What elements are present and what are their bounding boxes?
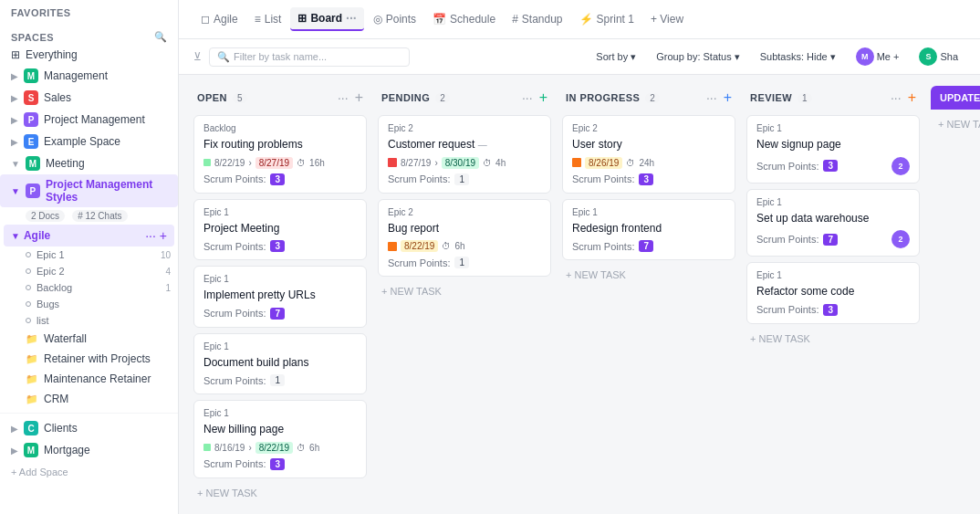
tab-schedule[interactable]: 📅 Schedule [425,9,503,29]
board: OPEN 5 ··· + Backlog Fix routing problem… [179,75,980,514]
sidebar-item-clients[interactable]: ▶ C Clients [0,417,178,439]
card-epic: Backlog [203,123,357,133]
card-data-warehouse[interactable]: Epic 1 Set up data warehouse Scrum Point… [746,189,920,257]
date-end-badge: 8/27/19 [255,157,293,169]
tab-points[interactable]: ◎ Points [366,9,423,29]
sidebar-item-backlog[interactable]: Backlog 1 [0,279,178,296]
docs-pill[interactable]: 2 Docs [26,210,65,222]
management-avatar: M [24,68,38,83]
col-more-inprogress[interactable]: ··· [704,89,720,106]
new-task-inprogress[interactable]: + NEW TASK [562,266,735,284]
card-refactor-code[interactable]: Epic 1 Refactor some code Scrum Points: … [746,262,920,324]
sidebar-item-meeting[interactable]: ▼ M Meeting [0,152,178,174]
more-icon[interactable]: ··· [346,11,357,26]
card-points: Scrum Points: 3 [756,304,910,316]
col-more-review[interactable]: ··· [888,89,904,106]
schedule-icon: 📅 [433,13,446,26]
me-chip[interactable]: M Me + [849,45,907,68]
sidebar-item-maintenance[interactable]: 📁 Maintenance Retainer [0,369,178,389]
card-title: Project Meeting [203,222,357,236]
card-title: Implement pretty URLs [203,288,357,303]
points-value: 3 [270,458,285,470]
tab-standup[interactable]: # Standup [505,9,569,29]
sidebar-item-everything[interactable]: ⊞ Everything [0,45,178,65]
circle-icon [26,252,31,257]
sidebar-item-management[interactable]: ▶ M Management [0,65,178,87]
points-value: 7 [639,240,653,252]
sidebar-item-retainer[interactable]: 📁 Retainer with Projects [0,349,178,369]
col-more-open[interactable]: ··· [335,89,351,106]
card-epic: Epic 1 [756,123,910,133]
date-badge: 8/26/19 [585,157,622,169]
sidebar-item-waterfall[interactable]: 📁 Waterfall [0,329,178,349]
sidebar-item-crm[interactable]: 📁 CRM [0,389,178,409]
card-title: Document build plans [203,356,357,371]
card-document-build[interactable]: Epic 1 Document build plans Scrum Points… [193,333,367,395]
card-epic: Epic 1 [203,207,357,217]
col-add-inprogress[interactable]: + [724,89,732,106]
new-task-review[interactable]: + NEW TASK [746,330,920,348]
card-customer-request[interactable]: Epic 2 Customer request — 8/27/19 › 8/30… [378,115,551,194]
folder-icon: 📁 [26,373,38,385]
sidebar-item-mortgage[interactable]: ▶ M Mortgage [0,439,178,461]
chats-pill[interactable]: # 12 Chats [72,210,127,222]
new-task-update[interactable]: + NEW TASK [931,115,980,133]
card-fix-routing[interactable]: Backlog Fix routing problems 8/22/19 › 8… [193,115,367,194]
sidebar-meta-docs: 2 Docs # 12 Chats [0,207,178,225]
card-points: Scrum Points: 3 [203,458,357,470]
sidebar-item-agile[interactable]: ▼ Agile ··· + [4,225,174,247]
card-epic: Epic 1 [756,197,910,207]
sidebar-item-example-space[interactable]: ▶ E Example Space [0,131,178,152]
tab-sprint[interactable]: ⚡ Sprint 1 [572,9,641,29]
clock-icon: ⏱ [483,158,492,168]
filter-input[interactable]: 🔍 Filter by task name... [209,47,410,67]
flag-icon [572,158,581,167]
card-dates: 8/22/19 › 8/27/19 ⏱ 16h [203,157,357,169]
group-by-chip[interactable]: Group by: Status ▾ [649,48,747,66]
sidebar-item-epic2[interactable]: Epic 2 4 [0,263,178,279]
sidebar-item-project-management[interactable]: ▶ P Project Management [0,109,178,131]
card-epic: Epic 2 [388,123,541,133]
chevron-right-icon: ▶ [11,115,18,125]
col-add-pending[interactable]: + [539,89,547,106]
sidebar-item-pms[interactable]: ▼ P Project Management Styles [0,174,178,207]
new-task-pending[interactable]: + NEW TASK [378,282,551,300]
col-add-open[interactable]: + [355,89,363,106]
sidebar-item-bugs[interactable]: Bugs [0,296,178,312]
col-actions-open: ··· + [335,89,363,106]
clock-icon: ⏱ [297,158,306,168]
main-content: ◻ Agile ≡ List ⊞ Board ··· ◎ Points 📅 Sc… [179,0,980,514]
new-task-open[interactable]: + NEW TASK [193,484,367,502]
card-title: Refactor some code [756,285,910,299]
sidebar-item-epic1[interactable]: Epic 1 10 [0,247,178,263]
sha-chip[interactable]: S Sha [912,45,965,68]
subtasks-chip[interactable]: Subtasks: Hide ▾ [753,48,843,66]
card-signup-page[interactable]: Epic 1 New signup page Scrum Points: 3 2 [746,115,920,184]
sort-by-chip[interactable]: Sort by ▾ [589,48,643,66]
card-project-meeting[interactable]: Epic 1 Project Meeting Scrum Points: 3 [193,199,367,261]
chevron-down-icon: ▾ [631,51,636,63]
sidebar-item-sales[interactable]: ▶ S Sales [0,87,178,109]
card-epic: Epic 1 [203,341,357,351]
sidebar-item-list[interactable]: list [0,312,178,329]
search-icon[interactable]: 🔍 [154,31,167,43]
col-add-review[interactable]: + [908,89,916,106]
add-space-button[interactable]: + Add Space [0,461,178,483]
add-view-button[interactable]: + View [643,9,691,29]
card-redesign-frontend[interactable]: Epic 1 Redesign frontend Scrum Points: 7 [562,199,735,261]
col-more-pending[interactable]: ··· [519,89,536,106]
tab-board[interactable]: ⊞ Board ··· [290,7,363,31]
more-icon[interactable]: ··· [145,228,156,243]
card-user-story[interactable]: Epic 2 User story 8/26/19 ⏱ 24h Scrum Po… [562,115,735,194]
col-title-open: OPEN [197,92,227,103]
card-billing-page[interactable]: Epic 1 New billing page 8/16/19 › 8/22/1… [193,400,367,478]
tab-agile[interactable]: ◻ Agile [193,9,245,29]
add-icon[interactable]: + [160,228,167,243]
tab-list[interactable]: ≡ List [247,9,289,29]
card-pretty-urls[interactable]: Epic 1 Implement pretty URLs Scrum Point… [193,266,367,328]
pms-avatar: P [26,184,40,198]
clock-icon: ⏱ [297,443,306,453]
hash-icon: # [78,211,83,221]
card-bug-report[interactable]: Epic 2 Bug report 8/22/19 ⏱ 6h Scrum Poi… [378,199,551,278]
col-actions-inprogress: ··· + [704,89,732,106]
